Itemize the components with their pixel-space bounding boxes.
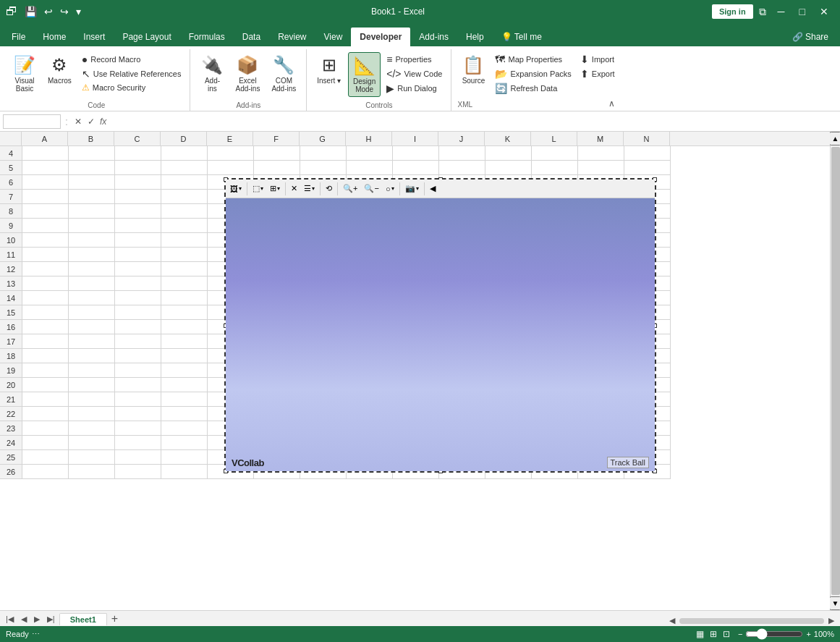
col-header-I[interactable]: I [392, 132, 438, 145]
ctrl-back-btn[interactable]: ◀ [427, 182, 438, 195]
ctrl-menu-btn[interactable]: ☰▾ [301, 182, 318, 195]
ctrl-zoom-out-btn[interactable]: 🔍− [361, 182, 381, 195]
expansion-packs-button[interactable]: 📂 Expansion Packs [492, 67, 574, 81]
cell-A9[interactable] [22, 219, 69, 233]
cell-B22[interactable] [69, 407, 115, 421]
cell-D21[interactable] [161, 392, 208, 407]
cell-B23[interactable] [69, 421, 115, 436]
row-header-4[interactable]: 4 [0, 146, 22, 161]
ctrl-rotate-btn[interactable]: ⟲ [323, 182, 335, 195]
cell-I5[interactable] [393, 161, 439, 175]
maximize-button[interactable]: □ [794, 4, 811, 19]
run-dialog-button[interactable]: ▶ Run Dialog [383, 81, 445, 96]
cell-D20[interactable] [161, 378, 208, 392]
tab-data[interactable]: Data [234, 28, 269, 46]
add-sheet-button[interactable]: + [109, 612, 121, 626]
tab-home[interactable]: Home [34, 28, 75, 46]
ctrl-grid-btn[interactable]: ⊞▾ [267, 182, 283, 195]
cell-B6[interactable] [69, 175, 115, 190]
zoom-slider[interactable] [745, 628, 803, 640]
cell-A15[interactable] [22, 305, 69, 320]
cell-C9[interactable] [115, 219, 161, 233]
sheet-nav-prev[interactable]: ◀ [18, 614, 30, 625]
cell-C22[interactable] [115, 407, 161, 421]
visual-basic-button[interactable]: 📝 VisualBasic [9, 52, 41, 96]
cell-C16[interactable] [115, 320, 161, 334]
cell-D19[interactable] [161, 363, 208, 378]
cell-A10[interactable] [22, 233, 69, 248]
cell-D11[interactable] [161, 248, 208, 262]
refresh-data-button[interactable]: 🔄 Refresh Data [492, 81, 574, 96]
cell-B5[interactable] [69, 161, 115, 175]
view-code-button[interactable]: </> View Code [383, 67, 445, 81]
row-header-26[interactable]: 26 [0, 465, 22, 479]
sheet-nav-first[interactable]: |◀ [3, 614, 17, 625]
h-scroll-left[interactable]: ◀ [666, 615, 678, 626]
cell-A26[interactable] [22, 465, 69, 479]
add-ins-button[interactable]: 🔌 Add-ins [196, 52, 228, 96]
activex-control[interactable]: 🖼▾ ⬚▾ ⊞▾ ✕ ☰▾ ⟲ 🔍+ 🔍− ○▾ [224, 178, 656, 473]
cell-A16[interactable] [22, 320, 69, 334]
cell-E4[interactable] [208, 146, 254, 161]
cell-D14[interactable] [161, 291, 208, 305]
cell-A17[interactable] [22, 334, 69, 349]
formula-input[interactable] [111, 116, 837, 127]
import-button[interactable]: ⬇ Import [577, 52, 618, 67]
cell-C11[interactable] [115, 248, 161, 262]
design-mode-button[interactable]: 📐 DesignMode [348, 52, 381, 97]
cell-F5[interactable] [254, 161, 300, 175]
cell-B19[interactable] [69, 363, 115, 378]
row-header-21[interactable]: 21 [0, 392, 22, 407]
redo-button[interactable]: ↪ [57, 4, 72, 19]
cell-B18[interactable] [69, 349, 115, 363]
row-header-24[interactable]: 24 [0, 436, 22, 450]
cell-C7[interactable] [115, 190, 161, 204]
export-button[interactable]: ⬆ Export [577, 67, 618, 81]
cell-J5[interactable] [439, 161, 485, 175]
tab-developer[interactable]: Developer [351, 28, 410, 46]
tab-view[interactable]: View [315, 28, 352, 46]
row-header-18[interactable]: 18 [0, 349, 22, 363]
ctrl-bg-btn[interactable]: 🖼▾ [227, 183, 245, 195]
cell-B25[interactable] [69, 450, 115, 465]
scroll-thumb[interactable] [831, 147, 840, 595]
cell-E5[interactable] [208, 161, 254, 175]
customize-quick-access[interactable]: ▾ [73, 4, 84, 19]
row-header-16[interactable]: 16 [0, 320, 22, 334]
cell-G5[interactable] [300, 161, 347, 175]
macro-security-button[interactable]: ⚠ Macro Security [79, 81, 184, 94]
cell-B16[interactable] [69, 320, 115, 334]
cell-D24[interactable] [161, 436, 208, 450]
row-header-10[interactable]: 10 [0, 233, 22, 248]
cell-C17[interactable] [115, 334, 161, 349]
cell-H5[interactable] [347, 161, 393, 175]
row-header-7[interactable]: 7 [0, 190, 22, 204]
row-header-22[interactable]: 22 [0, 407, 22, 421]
ctrl-select-btn[interactable]: ⬚▾ [250, 182, 266, 195]
cell-A18[interactable] [22, 349, 69, 363]
row-header-8[interactable]: 8 [0, 204, 22, 219]
page-layout-view-button[interactable]: ⊞ [708, 628, 719, 640]
cell-A6[interactable] [22, 175, 69, 190]
row-header-23[interactable]: 23 [0, 421, 22, 436]
col-header-K[interactable]: K [485, 132, 531, 145]
cell-C14[interactable] [115, 291, 161, 305]
cell-B21[interactable] [69, 392, 115, 407]
cell-A25[interactable] [22, 450, 69, 465]
scroll-up-button[interactable]: ▲ [829, 132, 840, 145]
row-header-6[interactable]: 6 [0, 175, 22, 190]
sheet-tab-sheet1[interactable]: Sheet1 [59, 613, 107, 625]
cell-A12[interactable] [22, 262, 69, 276]
row-header-12[interactable]: 12 [0, 262, 22, 276]
row-header-11[interactable]: 11 [0, 248, 22, 262]
row-header-13[interactable]: 13 [0, 276, 22, 291]
com-add-ins-button[interactable]: 🔧 COMAdd-ins [267, 52, 300, 96]
cell-M4[interactable] [578, 146, 624, 161]
cell-D18[interactable] [161, 349, 208, 363]
source-button[interactable]: 📋 Source [457, 52, 489, 88]
cell-C19[interactable] [115, 363, 161, 378]
cell-C6[interactable] [115, 175, 161, 190]
cell-M5[interactable] [578, 161, 624, 175]
cell-A22[interactable] [22, 407, 69, 421]
tab-tell-me[interactable]: 💡 Tell me [493, 28, 551, 46]
